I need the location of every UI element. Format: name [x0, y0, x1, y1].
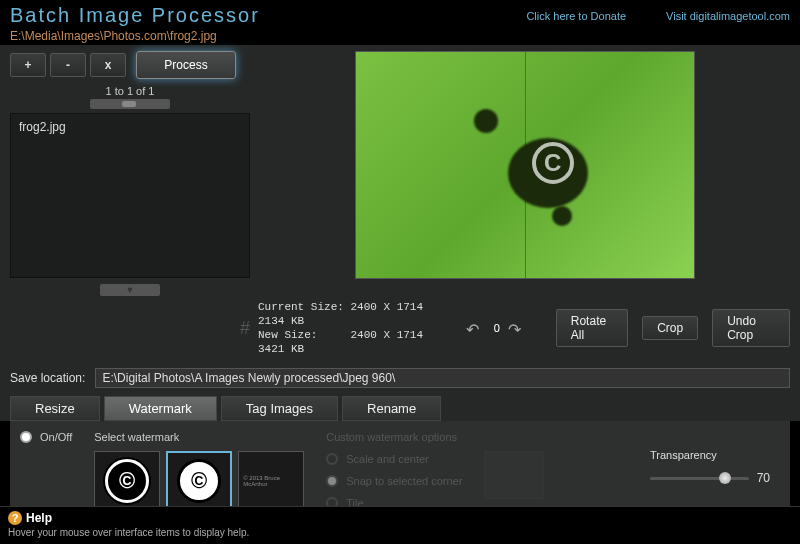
help-text: Hover your mouse over interface items to…	[8, 527, 792, 538]
rotate-left-icon[interactable]: ↶	[466, 320, 486, 336]
undo-crop-button[interactable]: Undo Crop	[712, 309, 790, 347]
current-filepath: E:\Media\Images\Photos.com\frog2.jpg	[10, 29, 260, 43]
rotate-right-icon[interactable]: ↷	[508, 320, 528, 336]
tab-tag-images[interactable]: Tag Images	[221, 396, 338, 421]
rotate-count: 0	[490, 322, 504, 334]
hash-icon: #	[240, 318, 250, 339]
help-title: Help	[26, 511, 52, 525]
select-watermark-label: Select watermark	[94, 431, 304, 443]
watermark-preset-2[interactable]: ©	[166, 451, 232, 511]
transparency-label: Transparency	[650, 449, 770, 461]
custom-watermark-label: Custom watermark options	[326, 431, 462, 443]
watermark-text-sample: © 2013 Bruce McArthur	[239, 471, 303, 491]
current-size-label: Current Size:	[258, 301, 344, 313]
transparency-value: 70	[757, 471, 770, 485]
rotate-all-button[interactable]: Rotate All	[556, 309, 628, 347]
remove-file-button[interactable]: -	[50, 53, 86, 77]
watermark-preset-3[interactable]: © 2013 Bruce McArthur	[238, 451, 304, 511]
tab-watermark[interactable]: Watermark	[104, 396, 217, 421]
add-file-button[interactable]: +	[10, 53, 46, 77]
opt-scale-label: Scale and center	[346, 453, 429, 465]
transparency-slider[interactable]	[650, 477, 749, 480]
transparency-knob[interactable]	[719, 472, 731, 484]
save-location-label: Save location:	[10, 371, 85, 385]
watermark-preview-thumb	[484, 451, 544, 499]
app-title: Batch Image Processor	[10, 4, 260, 27]
chevron-down-icon: ▼	[126, 285, 135, 295]
file-pager: 1 to 1 of 1	[10, 85, 250, 97]
watermark-preset-1[interactable]: ©	[94, 451, 160, 511]
copyright-light-icon: ©	[177, 459, 221, 503]
clear-files-button[interactable]: x	[90, 53, 126, 77]
watermark-onoff-radio[interactable]	[20, 431, 32, 443]
image-preview: C	[355, 51, 695, 279]
expand-handle[interactable]: ▼	[100, 284, 160, 296]
opt-snap-radio[interactable]	[326, 475, 338, 487]
help-icon: ?	[8, 511, 22, 525]
list-item[interactable]: frog2.jpg	[15, 118, 245, 136]
new-size-label: New Size:	[258, 329, 317, 341]
pager-slider[interactable]	[90, 99, 170, 109]
copyright-icon: C	[532, 142, 574, 184]
process-button[interactable]: Process	[136, 51, 236, 79]
donate-link[interactable]: Click here to Donate	[526, 10, 626, 22]
tab-resize[interactable]: Resize	[10, 396, 100, 421]
save-location-input[interactable]	[95, 368, 790, 388]
opt-scale-radio[interactable]	[326, 453, 338, 465]
copyright-dark-icon: ©	[105, 459, 149, 503]
watermark-onoff-label: On/Off	[40, 431, 72, 443]
file-list[interactable]: frog2.jpg	[10, 113, 250, 278]
opt-snap-label: Snap to selected corner	[346, 475, 462, 487]
visit-link[interactable]: Visit digitalimagetool.com	[666, 10, 790, 22]
tab-rename[interactable]: Rename	[342, 396, 441, 421]
crop-button[interactable]: Crop	[642, 316, 698, 340]
